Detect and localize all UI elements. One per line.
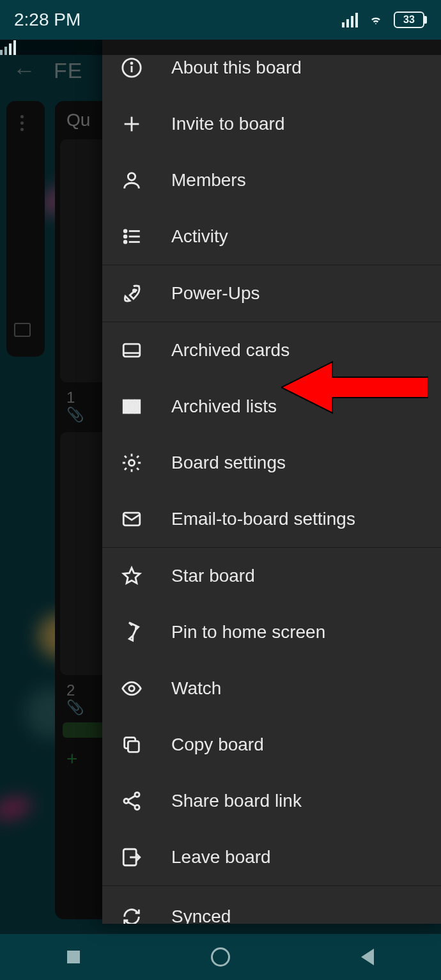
menu-item-leave[interactable]: Leave board	[102, 829, 441, 885]
svg-point-6	[124, 230, 127, 233]
mail-icon	[120, 508, 143, 531]
svg-rect-21	[128, 741, 139, 752]
svg-point-2	[131, 63, 132, 64]
share-icon	[120, 789, 143, 813]
menu-label: Invite to board	[171, 114, 284, 134]
menu-item-sync[interactable]: Synced	[102, 886, 441, 924]
menu-item-powerups[interactable]: Power-Ups	[102, 265, 441, 322]
copy-icon	[120, 733, 143, 756]
menu-item-watch[interactable]: Watch	[102, 660, 441, 717]
board-menu: About this board Invite to board Members…	[102, 40, 441, 924]
menu-item-archived-lists[interactable]: Archived lists	[102, 378, 441, 435]
svg-point-18	[128, 460, 134, 465]
info-icon	[120, 56, 143, 79]
nav-home[interactable]	[209, 945, 232, 968]
menu-label: Share board link	[171, 791, 302, 811]
svg-rect-15	[123, 400, 128, 413]
menu-item-activity[interactable]: Activity	[102, 208, 441, 265]
svg-rect-16	[129, 400, 134, 413]
menu-label: Board settings	[171, 453, 286, 473]
menu-label: Email-to-board settings	[171, 509, 355, 529]
svg-point-22	[135, 793, 139, 797]
svg-point-20	[129, 686, 135, 692]
menu-item-board-settings[interactable]: Board settings	[102, 435, 441, 491]
status-right: 33	[342, 12, 427, 28]
menu-label: Members	[171, 170, 246, 191]
menu-label: Power-Ups	[171, 283, 259, 304]
pin-icon	[120, 621, 143, 644]
status-bar: 2:28 PM 33	[0, 0, 441, 40]
menu-label: Archived lists	[171, 396, 277, 417]
menu-item-invite[interactable]: Invite to board	[102, 96, 441, 152]
star-icon	[120, 564, 143, 587]
svg-rect-13	[123, 344, 140, 357]
status-time: 2:28 PM	[14, 10, 81, 30]
list-icon	[120, 225, 143, 248]
columns-icon	[120, 395, 143, 418]
menu-label: Copy board	[171, 735, 264, 755]
menu-item-pin[interactable]: Pin to home screen	[102, 604, 441, 660]
svg-point-10	[124, 241, 127, 244]
card-icon	[120, 339, 143, 362]
nav-bar	[0, 934, 441, 980]
screen: 2:28 PM 33 ← FE Qu 1 📎	[0, 0, 441, 980]
svg-point-8	[124, 235, 127, 238]
signal-icon	[0, 40, 441, 55]
person-icon	[120, 169, 143, 192]
menu-label: Synced	[171, 906, 231, 924]
menu-item-archived-cards[interactable]: Archived cards	[102, 322, 441, 378]
eye-icon	[120, 677, 143, 700]
menu-label: Leave board	[171, 847, 271, 867]
signal-icon	[342, 12, 358, 27]
svg-point-5	[128, 173, 135, 180]
rocket-icon	[120, 282, 143, 305]
nav-back[interactable]	[356, 945, 379, 968]
battery-percent: 33	[403, 14, 415, 26]
menu-label: Activity	[171, 226, 228, 247]
svg-point-23	[124, 798, 128, 803]
gear-icon	[120, 451, 143, 474]
menu-item-members[interactable]: Members	[102, 152, 441, 208]
exit-icon	[120, 846, 143, 869]
plus-icon	[120, 113, 143, 136]
svg-line-25	[128, 796, 135, 800]
menu-label: Pin to home screen	[171, 622, 325, 642]
battery-icon: 33	[394, 12, 427, 28]
nav-recents[interactable]	[62, 945, 85, 968]
menu-label: Watch	[171, 678, 221, 699]
wifi-icon	[367, 13, 385, 27]
svg-point-24	[135, 805, 139, 809]
svg-rect-17	[135, 400, 140, 413]
menu-item-star[interactable]: Star board	[102, 548, 441, 604]
svg-line-26	[128, 802, 135, 806]
menu-label: About this board	[171, 58, 302, 78]
menu-label: Star board	[171, 566, 255, 586]
menu-item-email-settings[interactable]: Email-to-board settings	[102, 491, 441, 547]
menu-item-copy[interactable]: Copy board	[102, 717, 441, 773]
menu-label: Archived cards	[171, 340, 290, 361]
sync-icon	[120, 905, 143, 924]
menu-item-share[interactable]: Share board link	[102, 773, 441, 829]
